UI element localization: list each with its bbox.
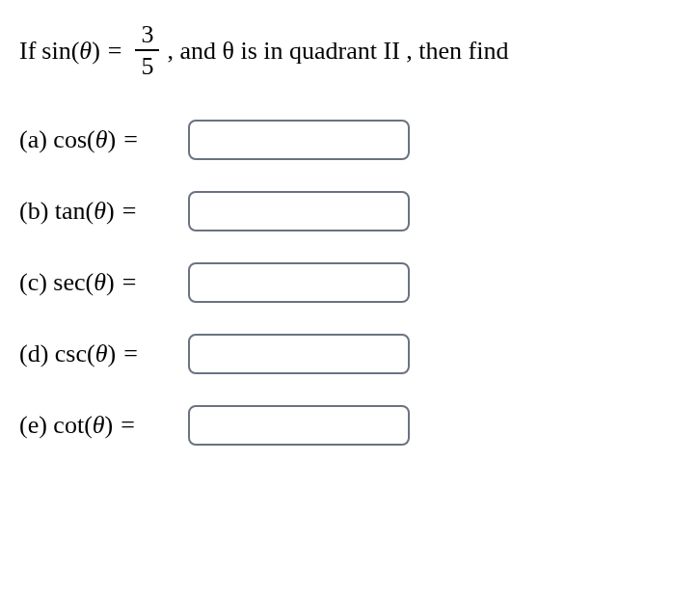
part-b-row: (b) tan(θ) = <box>19 191 681 231</box>
part-a-row: (a) cos(θ) = <box>19 120 681 160</box>
part-a-label: (a) cos(θ) = <box>19 125 188 154</box>
part-c-row: (c) sec(θ) = <box>19 262 681 303</box>
part-b-label: (b) tan(θ) = <box>19 197 188 226</box>
part-d-label: (d) csc(θ) = <box>19 340 188 368</box>
fraction: 3 5 <box>135 19 159 81</box>
problem-statement: If sin(θ) = 3 5 , and θ is in quadrant I… <box>19 19 681 81</box>
part-d-row: (d) csc(θ) = <box>19 334 681 374</box>
part-b-input[interactable] <box>188 191 410 231</box>
condition-text: , and θ is in quadrant II , then find <box>167 36 508 66</box>
fraction-denominator: 5 <box>135 51 159 81</box>
if-text: If <box>19 36 36 66</box>
part-a-input[interactable] <box>188 120 410 160</box>
given-expression: sin(θ) <box>41 36 99 66</box>
part-d-input[interactable] <box>188 334 410 374</box>
part-c-input[interactable] <box>188 262 410 303</box>
part-e-input[interactable] <box>188 405 410 446</box>
fraction-numerator: 3 <box>135 19 159 51</box>
equals-sign: = <box>108 36 122 66</box>
part-c-label: (c) sec(θ) = <box>19 268 188 297</box>
part-e-row: (e) cot(θ) = <box>19 405 681 446</box>
part-e-label: (e) cot(θ) = <box>19 411 188 440</box>
